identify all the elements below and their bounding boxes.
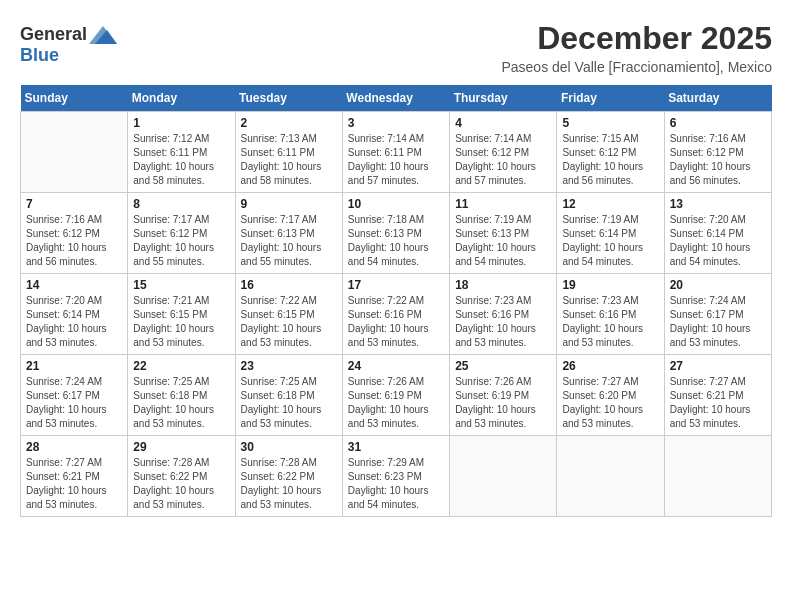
sunset-text: Sunset: 6:12 PM — [133, 227, 229, 241]
calendar-table: SundayMondayTuesdayWednesdayThursdayFrid… — [20, 85, 772, 517]
day-info: Sunrise: 7:26 AMSunset: 6:19 PMDaylight:… — [348, 375, 444, 431]
day-cell-11: 11Sunrise: 7:19 AMSunset: 6:13 PMDayligh… — [450, 193, 557, 274]
day-number: 15 — [133, 278, 229, 292]
day-cell-23: 23Sunrise: 7:25 AMSunset: 6:18 PMDayligh… — [235, 355, 342, 436]
sunrise-text: Sunrise: 7:16 AM — [26, 213, 122, 227]
sunrise-text: Sunrise: 7:25 AM — [133, 375, 229, 389]
sunrise-text: Sunrise: 7:23 AM — [455, 294, 551, 308]
day-info: Sunrise: 7:23 AMSunset: 6:16 PMDaylight:… — [455, 294, 551, 350]
week-row-1: 1Sunrise: 7:12 AMSunset: 6:11 PMDaylight… — [21, 112, 772, 193]
day-number: 11 — [455, 197, 551, 211]
daylight-text: Daylight: 10 hours and 58 minutes. — [133, 160, 229, 188]
daylight-text: Daylight: 10 hours and 53 minutes. — [133, 322, 229, 350]
weekday-header-sunday: Sunday — [21, 85, 128, 112]
day-number: 8 — [133, 197, 229, 211]
day-number: 6 — [670, 116, 766, 130]
sunrise-text: Sunrise: 7:19 AM — [562, 213, 658, 227]
day-info: Sunrise: 7:21 AMSunset: 6:15 PMDaylight:… — [133, 294, 229, 350]
sunset-text: Sunset: 6:15 PM — [133, 308, 229, 322]
day-cell-29: 29Sunrise: 7:28 AMSunset: 6:22 PMDayligh… — [128, 436, 235, 517]
daylight-text: Daylight: 10 hours and 53 minutes. — [241, 484, 337, 512]
sunset-text: Sunset: 6:12 PM — [670, 146, 766, 160]
daylight-text: Daylight: 10 hours and 53 minutes. — [670, 403, 766, 431]
day-info: Sunrise: 7:23 AMSunset: 6:16 PMDaylight:… — [562, 294, 658, 350]
calendar-title: December 2025 — [501, 20, 772, 57]
day-info: Sunrise: 7:20 AMSunset: 6:14 PMDaylight:… — [26, 294, 122, 350]
day-cell-15: 15Sunrise: 7:21 AMSunset: 6:15 PMDayligh… — [128, 274, 235, 355]
day-cell-12: 12Sunrise: 7:19 AMSunset: 6:14 PMDayligh… — [557, 193, 664, 274]
day-number: 28 — [26, 440, 122, 454]
sunrise-text: Sunrise: 7:24 AM — [26, 375, 122, 389]
daylight-text: Daylight: 10 hours and 53 minutes. — [26, 484, 122, 512]
sunrise-text: Sunrise: 7:20 AM — [670, 213, 766, 227]
day-cell-20: 20Sunrise: 7:24 AMSunset: 6:17 PMDayligh… — [664, 274, 771, 355]
sunset-text: Sunset: 6:12 PM — [26, 227, 122, 241]
sunrise-text: Sunrise: 7:14 AM — [455, 132, 551, 146]
sunset-text: Sunset: 6:16 PM — [562, 308, 658, 322]
sunset-text: Sunset: 6:13 PM — [241, 227, 337, 241]
day-info: Sunrise: 7:17 AMSunset: 6:12 PMDaylight:… — [133, 213, 229, 269]
day-cell-24: 24Sunrise: 7:26 AMSunset: 6:19 PMDayligh… — [342, 355, 449, 436]
daylight-text: Daylight: 10 hours and 54 minutes. — [562, 241, 658, 269]
day-info: Sunrise: 7:29 AMSunset: 6:23 PMDaylight:… — [348, 456, 444, 512]
sunrise-text: Sunrise: 7:28 AM — [133, 456, 229, 470]
sunset-text: Sunset: 6:22 PM — [241, 470, 337, 484]
daylight-text: Daylight: 10 hours and 54 minutes. — [670, 241, 766, 269]
day-info: Sunrise: 7:18 AMSunset: 6:13 PMDaylight:… — [348, 213, 444, 269]
daylight-text: Daylight: 10 hours and 57 minutes. — [455, 160, 551, 188]
daylight-text: Daylight: 10 hours and 54 minutes. — [455, 241, 551, 269]
day-number: 29 — [133, 440, 229, 454]
day-cell-19: 19Sunrise: 7:23 AMSunset: 6:16 PMDayligh… — [557, 274, 664, 355]
sunset-text: Sunset: 6:18 PM — [241, 389, 337, 403]
daylight-text: Daylight: 10 hours and 53 minutes. — [562, 322, 658, 350]
day-number: 31 — [348, 440, 444, 454]
sunset-text: Sunset: 6:21 PM — [26, 470, 122, 484]
day-cell-13: 13Sunrise: 7:20 AMSunset: 6:14 PMDayligh… — [664, 193, 771, 274]
sunrise-text: Sunrise: 7:18 AM — [348, 213, 444, 227]
day-number: 16 — [241, 278, 337, 292]
empty-cell — [450, 436, 557, 517]
day-number: 4 — [455, 116, 551, 130]
sunrise-text: Sunrise: 7:25 AM — [241, 375, 337, 389]
sunrise-text: Sunrise: 7:27 AM — [562, 375, 658, 389]
sunrise-text: Sunrise: 7:13 AM — [241, 132, 337, 146]
logo-blue-text: Blue — [20, 45, 59, 66]
daylight-text: Daylight: 10 hours and 58 minutes. — [241, 160, 337, 188]
day-number: 23 — [241, 359, 337, 373]
day-info: Sunrise: 7:16 AMSunset: 6:12 PMDaylight:… — [26, 213, 122, 269]
day-info: Sunrise: 7:28 AMSunset: 6:22 PMDaylight:… — [241, 456, 337, 512]
day-info: Sunrise: 7:17 AMSunset: 6:13 PMDaylight:… — [241, 213, 337, 269]
day-number: 17 — [348, 278, 444, 292]
day-info: Sunrise: 7:27 AMSunset: 6:21 PMDaylight:… — [26, 456, 122, 512]
day-info: Sunrise: 7:15 AMSunset: 6:12 PMDaylight:… — [562, 132, 658, 188]
day-info: Sunrise: 7:12 AMSunset: 6:11 PMDaylight:… — [133, 132, 229, 188]
day-cell-30: 30Sunrise: 7:28 AMSunset: 6:22 PMDayligh… — [235, 436, 342, 517]
day-info: Sunrise: 7:26 AMSunset: 6:19 PMDaylight:… — [455, 375, 551, 431]
day-number: 21 — [26, 359, 122, 373]
sunrise-text: Sunrise: 7:21 AM — [133, 294, 229, 308]
sunrise-text: Sunrise: 7:20 AM — [26, 294, 122, 308]
day-number: 7 — [26, 197, 122, 211]
day-info: Sunrise: 7:24 AMSunset: 6:17 PMDaylight:… — [670, 294, 766, 350]
day-cell-8: 8Sunrise: 7:17 AMSunset: 6:12 PMDaylight… — [128, 193, 235, 274]
day-cell-16: 16Sunrise: 7:22 AMSunset: 6:15 PMDayligh… — [235, 274, 342, 355]
week-row-4: 21Sunrise: 7:24 AMSunset: 6:17 PMDayligh… — [21, 355, 772, 436]
sunrise-text: Sunrise: 7:28 AM — [241, 456, 337, 470]
weekday-header-tuesday: Tuesday — [235, 85, 342, 112]
sunrise-text: Sunrise: 7:22 AM — [241, 294, 337, 308]
sunset-text: Sunset: 6:19 PM — [455, 389, 551, 403]
weekday-header-row: SundayMondayTuesdayWednesdayThursdayFrid… — [21, 85, 772, 112]
calendar-subtitle: Paseos del Valle [Fraccionamiento], Mexi… — [501, 59, 772, 75]
empty-cell — [21, 112, 128, 193]
daylight-text: Daylight: 10 hours and 53 minutes. — [26, 403, 122, 431]
sunset-text: Sunset: 6:13 PM — [348, 227, 444, 241]
day-info: Sunrise: 7:27 AMSunset: 6:21 PMDaylight:… — [670, 375, 766, 431]
sunset-text: Sunset: 6:11 PM — [241, 146, 337, 160]
day-cell-17: 17Sunrise: 7:22 AMSunset: 6:16 PMDayligh… — [342, 274, 449, 355]
day-number: 3 — [348, 116, 444, 130]
day-info: Sunrise: 7:27 AMSunset: 6:20 PMDaylight:… — [562, 375, 658, 431]
day-number: 14 — [26, 278, 122, 292]
day-number: 25 — [455, 359, 551, 373]
sunset-text: Sunset: 6:12 PM — [455, 146, 551, 160]
daylight-text: Daylight: 10 hours and 53 minutes. — [455, 322, 551, 350]
